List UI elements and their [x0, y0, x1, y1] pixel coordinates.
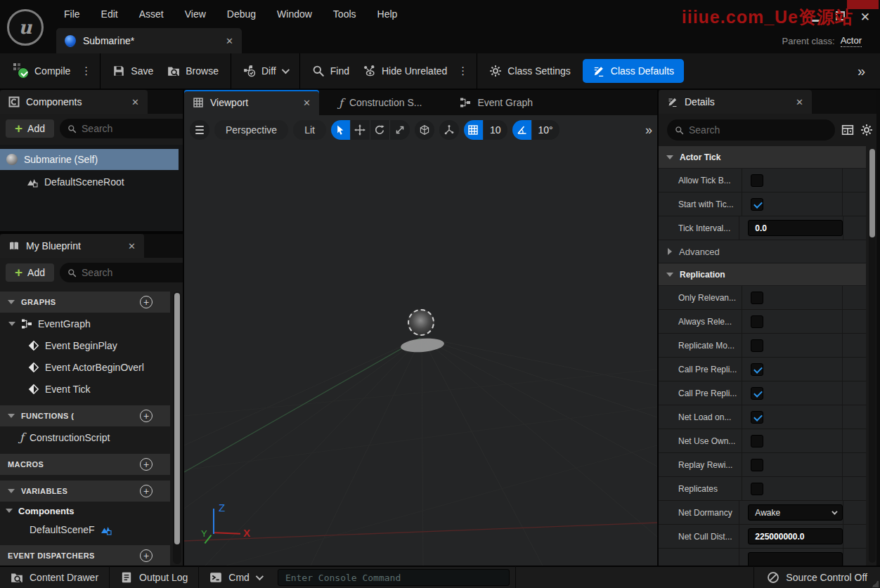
my-blueprint-add-button[interactable]: + Add	[6, 263, 54, 282]
actor-sprite-icon[interactable]	[408, 309, 434, 336]
event-actorbeginoverlap-row[interactable]: Event ActorBeginOverl	[0, 356, 170, 378]
rotation-snap-value-button[interactable]: 10°	[532, 120, 559, 140]
construction-script-row[interactable]: ƒ ConstructionScript	[0, 426, 170, 448]
my-blueprint-close-icon[interactable]: ✕	[128, 241, 136, 251]
browse-button[interactable]: Browse	[161, 60, 225, 82]
add-event-dispatcher-button[interactable]: +	[140, 549, 153, 562]
tree-row-submarine-self[interactable]: Submarine (Self)	[0, 149, 179, 170]
menu-file[interactable]: File	[53, 8, 91, 20]
checkbox[interactable]	[751, 292, 763, 304]
details-close-icon[interactable]: ✕	[796, 97, 803, 107]
checkbox[interactable]	[751, 387, 763, 400]
add-macro-button[interactable]: +	[140, 458, 153, 471]
console-command-input[interactable]	[278, 569, 510, 586]
advanced-expander[interactable]: Advanced	[659, 240, 866, 263]
checkbox[interactable]	[751, 198, 763, 211]
toolbar-overflow-button[interactable]: »	[858, 63, 873, 79]
menu-window[interactable]: Window	[266, 8, 323, 20]
viewport-options-menu-button[interactable]	[190, 120, 209, 140]
my-blueprint-search[interactable]	[60, 263, 183, 282]
viewport-tab-close-icon[interactable]: ✕	[303, 98, 311, 108]
rotate-tool-button[interactable]	[370, 120, 390, 140]
compile-options-menu[interactable]: ⋮	[78, 65, 94, 77]
details-search-input[interactable]	[689, 124, 827, 136]
my-blueprint-tab[interactable]: My Blueprint ✕	[0, 234, 144, 258]
add-graph-button[interactable]: +	[140, 296, 153, 308]
output-log-button[interactable]: Output Log	[110, 566, 199, 588]
viewport-tab[interactable]: Viewport ✕	[184, 90, 319, 115]
add-variable-button[interactable]: +	[140, 485, 153, 497]
add-function-button[interactable]: +	[140, 410, 153, 422]
details-scrollbar[interactable]	[869, 149, 876, 563]
menu-help[interactable]: Help	[367, 8, 408, 20]
viewport-3d[interactable]: Z X Y Perspective Lit	[184, 115, 657, 566]
menu-debug[interactable]: Debug	[216, 8, 266, 20]
checkbox[interactable]	[751, 483, 763, 495]
find-button[interactable]: Find	[306, 60, 356, 82]
net-dormancy-dropdown[interactable]: Awake	[748, 504, 843, 521]
resize-grip[interactable]	[872, 580, 879, 587]
menu-edit[interactable]: Edit	[91, 8, 129, 20]
checkbox[interactable]	[751, 363, 763, 376]
net-cull-distance-input[interactable]	[748, 528, 843, 544]
my-blueprint-search-input[interactable]	[82, 267, 183, 278]
surface-snapping-button[interactable]	[439, 120, 459, 140]
lit-mode-selector[interactable]: Lit	[293, 120, 326, 140]
macros-section-header[interactable]: MACROS +	[0, 454, 170, 475]
save-button[interactable]: Save	[106, 60, 160, 82]
scale-tool-button[interactable]	[390, 120, 410, 140]
event-dispatchers-section-header[interactable]: EVENT DISPATCHERS +	[0, 545, 170, 566]
perspective-selector[interactable]: Perspective	[214, 120, 288, 140]
compile-button[interactable]: Compile	[7, 58, 77, 84]
cmd-selector[interactable]: Cmd	[199, 566, 272, 588]
viewport-toolbar-overflow-button[interactable]: »	[645, 123, 653, 138]
event-graph-tab[interactable]: Event Graph	[451, 90, 541, 115]
components-add-button[interactable]: + Add	[6, 119, 54, 138]
rotation-snap-toggle-button[interactable]	[512, 120, 532, 140]
move-tool-button[interactable]	[351, 120, 370, 140]
class-defaults-button[interactable]: Class Defaults	[583, 59, 684, 83]
details-search[interactable]	[667, 119, 835, 141]
components-tab[interactable]: Components ✕	[0, 90, 148, 114]
grid-snap-toggle-button[interactable]	[464, 120, 484, 140]
menu-view[interactable]: View	[174, 8, 216, 20]
window-close-button[interactable]: ✕	[860, 10, 870, 25]
class-settings-button[interactable]: Class Settings	[483, 60, 576, 82]
hide-unrelated-button[interactable]: Hide Unrelated	[357, 60, 453, 82]
scrollbar-thumb[interactable]	[869, 149, 875, 237]
details-settings-gear-icon[interactable]	[860, 124, 873, 136]
variables-section-header[interactable]: VARIABLES +	[0, 481, 170, 502]
content-drawer-button[interactable]: Content Drawer	[0, 566, 110, 588]
checkbox[interactable]	[751, 459, 763, 471]
menu-asset[interactable]: Asset	[129, 8, 174, 20]
tick-interval-input[interactable]	[748, 220, 843, 236]
display-filter-icon[interactable]	[841, 124, 854, 136]
eventgraph-row[interactable]: EventGraph	[0, 313, 170, 334]
checkbox[interactable]	[751, 174, 763, 187]
asset-tab-submarine[interactable]: Submarine* ✕	[56, 28, 242, 53]
source-control-button[interactable]: Source Control Off	[753, 566, 880, 588]
my-blueprint-scrollbar[interactable]	[173, 292, 181, 564]
graphs-section-header[interactable]: GRAPHS +	[0, 292, 170, 313]
components-close-icon[interactable]: ✕	[131, 97, 139, 107]
checkbox[interactable]	[751, 315, 763, 328]
details-tab[interactable]: Details ✕	[659, 90, 812, 114]
grid-snap-value-button[interactable]: 10	[484, 120, 507, 140]
construction-script-tab[interactable]: ƒ Construction S...	[330, 90, 430, 115]
tree-row-default-scene-root[interactable]: DefaultSceneRoot	[0, 171, 183, 192]
diff-button[interactable]: Diff	[237, 60, 294, 82]
checkbox[interactable]	[751, 411, 763, 424]
variable-default-scene-root-row[interactable]: DefaultSceneF	[0, 520, 170, 540]
menu-tools[interactable]: Tools	[323, 8, 367, 20]
functions-section-header[interactable]: FUNCTIONS ( +	[0, 405, 170, 426]
select-tool-button[interactable]	[331, 120, 351, 140]
asset-tab-close-icon[interactable]: ✕	[226, 36, 233, 46]
hide-unrelated-options-menu[interactable]: ⋮	[455, 65, 471, 77]
event-tick-row[interactable]: Event Tick	[0, 378, 170, 400]
components-search-input[interactable]	[82, 123, 183, 134]
world-space-toggle-button[interactable]	[415, 120, 434, 140]
variables-components-category[interactable]: Components	[0, 502, 170, 520]
section-actor-tick[interactable]: Actor Tick	[659, 146, 866, 169]
section-replication[interactable]: Replication	[659, 263, 866, 286]
checkbox[interactable]	[751, 339, 763, 352]
